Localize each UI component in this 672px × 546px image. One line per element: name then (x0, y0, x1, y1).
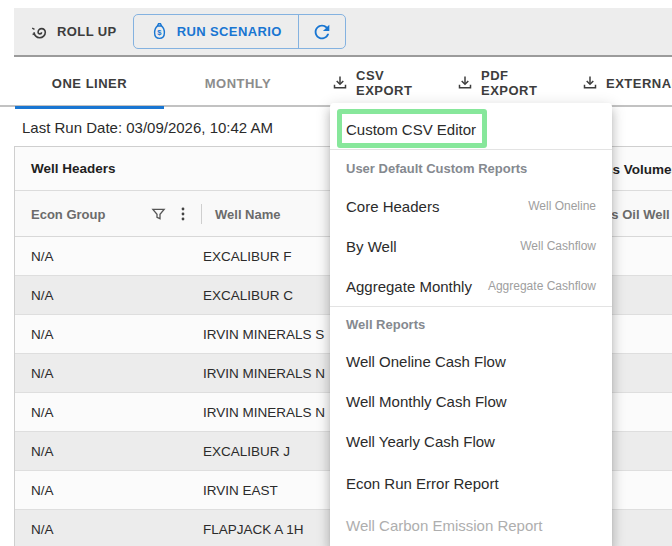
menu-section-user-default-custom-reports: User Default Custom Reports (330, 150, 612, 186)
menu-item-well-oneline-cash-flow[interactable]: Well Oneline Cash Flow (330, 341, 612, 381)
tab-monthly[interactable]: MONTHLY (170, 59, 306, 107)
menu-item-label: Well Yearly Cash Flow (346, 433, 495, 450)
roll-up-icon (30, 22, 50, 42)
menu-section-well-reports: Well Reports (330, 307, 612, 341)
menu-item-label: Econ Run Error Report (346, 475, 499, 492)
menu-item-core-headers[interactable]: Core Headers Well Oneline (330, 186, 612, 226)
menu-item-label: Core Headers (346, 198, 439, 215)
tab-bar: ONE LINER MONTHLY CSV EXPORT PDF EXPORT … (0, 59, 672, 107)
filter-icon[interactable] (151, 191, 166, 237)
run-scenario-button[interactable]: $ RUN SCENARIO (134, 15, 298, 48)
cell-econ-group: N/A (15, 483, 203, 498)
money-bag-icon: $ (150, 22, 169, 41)
menu-item-econ-run-error-report[interactable]: Econ Run Error Report (330, 462, 612, 504)
tab-csv-export[interactable]: CSV EXPORT (332, 59, 438, 107)
menu-item-well-carbon-emission-report: Well Carbon Emission Report (330, 504, 612, 546)
cell-econ-group: N/A (15, 522, 203, 537)
refresh-button[interactable] (299, 15, 345, 48)
menu-item-caption: Aggregate Cashflow (488, 279, 596, 293)
menu-item-caption: Well Oneline (528, 199, 596, 213)
svg-text:$: $ (157, 28, 162, 37)
download-icon (332, 75, 348, 91)
roll-up-button[interactable]: ROLL UP (20, 14, 127, 50)
run-scenario-label: RUN SCENARIO (177, 24, 282, 39)
menu-item-caption: Well Cashflow (520, 239, 596, 253)
tab-one-liner-label: ONE LINER (52, 76, 127, 91)
download-icon (457, 75, 473, 91)
tab-external[interactable]: EXTERNAL (582, 59, 672, 107)
cell-econ-group: N/A (15, 288, 203, 303)
menu-item-by-well[interactable]: By Well Well Cashflow (330, 226, 612, 266)
group-header-well-headers: Well Headers (31, 161, 116, 176)
download-icon (582, 75, 598, 91)
menu-item-label: Well Monthly Cash Flow (346, 393, 507, 410)
menu-item-well-monthly-cash-flow[interactable]: Well Monthly Cash Flow (330, 381, 612, 421)
cell-econ-group: N/A (15, 405, 203, 420)
column-header-well-name[interactable]: Well Name (215, 191, 281, 237)
menu-item-well-yearly-cash-flow[interactable]: Well Yearly Cash Flow (330, 421, 612, 462)
tab-one-liner[interactable]: ONE LINER (14, 59, 165, 107)
menu-section-label: User Default Custom Reports (346, 161, 527, 176)
column-divider (201, 204, 202, 224)
menu-section-label: Well Reports (346, 317, 425, 332)
tab-external-label: EXTERNAL (606, 76, 672, 91)
tab-monthly-label: MONTHLY (205, 76, 272, 91)
csv-export-menu: Custom CSV Editor User Default Custom Re… (330, 103, 612, 546)
column-header-econ-group[interactable]: Econ Group (31, 191, 105, 237)
run-scenario-group: $ RUN SCENARIO (133, 14, 346, 49)
roll-up-label: ROLL UP (57, 24, 117, 39)
tab-pdf-export-label: PDF EXPORT (481, 68, 561, 98)
tab-pdf-export[interactable]: PDF EXPORT (457, 59, 561, 107)
cell-econ-group: N/A (15, 327, 203, 342)
menu-item-label: Aggregate Monthly (346, 278, 472, 295)
refresh-icon (311, 21, 333, 43)
menu-item-custom-csv-editor[interactable]: Custom CSV Editor (330, 109, 612, 149)
menu-item-label: Custom CSV Editor (346, 121, 476, 138)
menu-item-label: By Well (346, 238, 397, 255)
column-menu-kebab-icon[interactable] (176, 191, 190, 237)
menu-item-label: Well Oneline Cash Flow (346, 353, 506, 370)
menu-item-label: Well Carbon Emission Report (346, 517, 542, 534)
cell-econ-group: N/A (15, 366, 203, 381)
toolbar: ROLL UP $ RUN SCENARIO (14, 8, 672, 57)
menu-item-aggregate-monthly[interactable]: Aggregate Monthly Aggregate Cashflow (330, 266, 612, 306)
last-run-date-text: Last Run Date: 03/09/2026, 10:42 AM (22, 119, 273, 136)
cell-econ-group: N/A (15, 249, 203, 264)
cell-econ-group: N/A (15, 444, 203, 459)
tab-csv-export-label: CSV EXPORT (356, 68, 438, 98)
